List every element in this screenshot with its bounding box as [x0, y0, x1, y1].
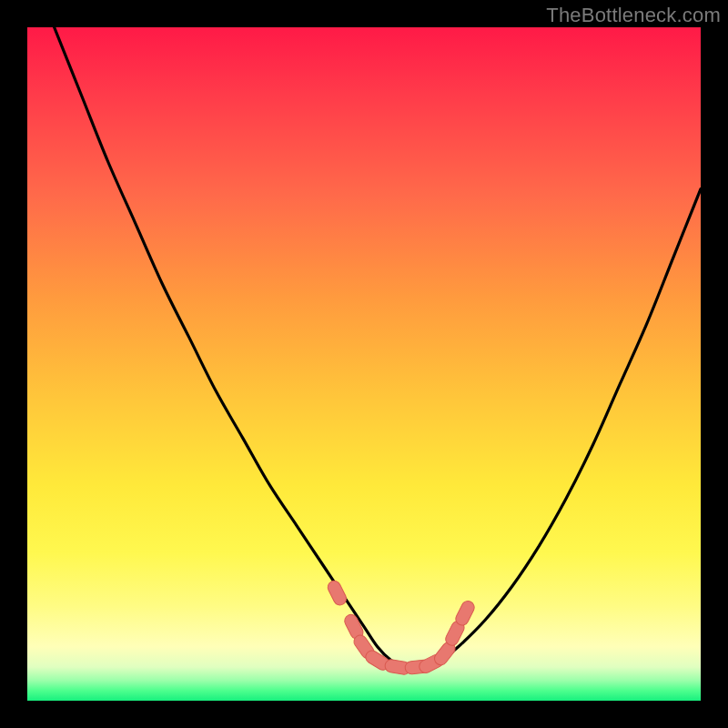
chart-frame: TheBottleneck.com: [0, 0, 728, 728]
curve-layer: [27, 27, 701, 701]
curve-marker: [326, 579, 349, 607]
curve-markers: [326, 579, 477, 675]
plot-area: [27, 27, 701, 701]
curve-marker: [453, 599, 476, 627]
watermark-text: TheBottleneck.com: [546, 4, 721, 27]
bottleneck-curve: [55, 27, 701, 668]
